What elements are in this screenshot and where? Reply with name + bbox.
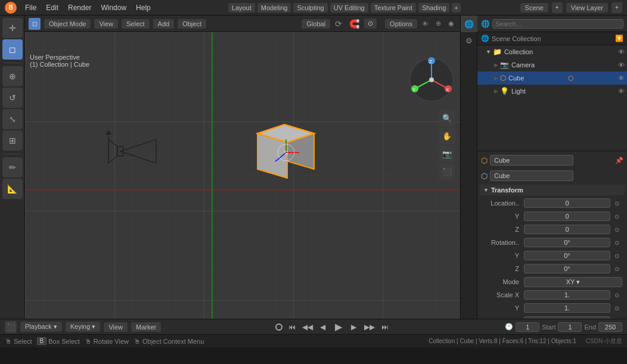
rotation-mode-value[interactable]: XY ▾ — [524, 277, 622, 287]
transform-section-header[interactable]: Transform — [480, 185, 625, 195]
view-layer-add-btn[interactable]: + — [612, 2, 622, 13]
collection-eye-icon[interactable]: 👁 — [618, 48, 625, 55]
scale-y-lock-icon[interactable]: ⊙ — [612, 303, 622, 313]
tool-annotate[interactable]: ✏ — [2, 157, 23, 178]
rotation-y-value[interactable]: 0° — [524, 251, 610, 260]
outliner-filter-icon[interactable]: 🔽 — [615, 35, 623, 42]
show-overlays-btn[interactable]: 👁 — [420, 19, 431, 29]
rotation-x-value[interactable]: 0° — [524, 238, 610, 247]
viewport-mode-icon[interactable]: ◻ — [29, 18, 41, 30]
keying-dropdown[interactable]: Keying ▾ — [66, 322, 101, 332]
view-layer-selector[interactable]: View Layer — [566, 3, 608, 13]
workspace-layout-btn[interactable]: Layout — [228, 3, 255, 13]
tool-move[interactable]: ⊕ — [2, 66, 23, 86]
viewport-object-menu[interactable]: Object — [178, 19, 206, 29]
scene-add-btn[interactable]: + — [552, 2, 563, 13]
status-select: 🖱 Select — [5, 337, 32, 346]
location-y-lock-icon[interactable]: ⊙ — [612, 211, 622, 222]
orbit-btn[interactable]: ✋ — [439, 127, 455, 144]
outliner-collection[interactable]: ▼ 📁 Collection 👁 — [477, 45, 627, 58]
workspace-modeling-btn[interactable]: Modeling — [257, 3, 291, 13]
pin-icon[interactable]: 📌 — [615, 157, 623, 164]
tool-select[interactable]: ◻ — [2, 39, 23, 60]
cube-filter-icon[interactable]: ⬡ — [568, 74, 574, 82]
play-btn[interactable]: ▶ — [333, 321, 344, 333]
timeline-view-dropdown[interactable]: View — [104, 322, 128, 332]
menu-help[interactable]: Help — [132, 2, 154, 13]
next-frame-btn[interactable]: ▶ — [348, 321, 360, 333]
jump-end-btn[interactable]: ⏭ — [379, 321, 391, 333]
proportional-edit-btn[interactable]: ⊙ — [364, 18, 377, 29]
rotation-x-lock-icon[interactable]: ⊙ — [612, 237, 622, 248]
outliner-cube[interactable]: ▶ ⬡ Cube ⬡ 👁 — [477, 71, 627, 85]
scale-z-lock-icon[interactable]: ⊙ — [612, 316, 622, 319]
tool-measure[interactable]: 📐 — [2, 179, 23, 199]
viewport-shading-btns[interactable]: ◉ — [446, 18, 457, 29]
cube-eye-icon[interactable]: 👁 — [618, 74, 625, 82]
gizmo-btn[interactable]: ⊕ — [433, 18, 443, 29]
rotation-y-lock-icon[interactable]: ⊙ — [612, 250, 622, 261]
viewport-select-menu[interactable]: Select — [122, 19, 150, 29]
next-keyframe-btn[interactable]: ▶▶ — [364, 321, 375, 333]
workspace-add-btn[interactable]: + — [452, 3, 460, 13]
timeline-mode-btn[interactable]: ⬛ — [5, 321, 17, 333]
scale-y-value[interactable]: 1. — [524, 303, 610, 313]
camera-eye-icon[interactable]: 👁 — [618, 61, 625, 69]
scale-x-lock-icon[interactable]: ⊙ — [612, 290, 622, 300]
object-mode-dropdown[interactable]: Object Mode — [44, 19, 91, 29]
scene-selector[interactable]: Scene — [520, 3, 548, 13]
object-name-field[interactable] — [490, 155, 573, 166]
outliner-light[interactable]: ▶ 💡 Light 👁 — [477, 85, 627, 98]
outliner-tab-btn[interactable]: 🌐 — [461, 15, 477, 32]
render-preview-btn[interactable]: ⬛ — [439, 163, 455, 180]
playback-dropdown[interactable]: Playback ▾ — [20, 322, 62, 332]
scale-y-row: Y 1. ⊙ — [480, 301, 625, 315]
collection-collapse-icon[interactable]: ▼ — [486, 49, 491, 55]
light-eye-icon[interactable]: 👁 — [618, 88, 625, 95]
jump-start-btn[interactable]: ⏮ — [286, 321, 298, 333]
location-x-value[interactable]: 0 — [524, 198, 610, 208]
tool-rotate[interactable]: ↺ — [2, 88, 23, 108]
location-z-value[interactable]: 0 — [524, 225, 610, 234]
data-name-field[interactable] — [490, 170, 573, 181]
viewport[interactable]: ◻ Object Mode View Select Add Object Glo… — [25, 15, 460, 319]
record-btn[interactable] — [275, 323, 283, 331]
camera-view-btn[interactable]: 📷 — [439, 145, 455, 162]
viewport-add-menu[interactable]: Add — [153, 19, 175, 29]
nav-gizmo[interactable]: Z X Y — [408, 56, 455, 104]
workspace-sculpting-btn[interactable]: Sculpting — [293, 3, 327, 13]
menu-file[interactable]: File — [21, 2, 40, 13]
menu-edit[interactable]: Edit — [42, 2, 62, 13]
end-frame-input[interactable] — [598, 322, 622, 332]
snap-icon[interactable]: 🧲 — [347, 18, 362, 30]
options-btn[interactable]: Options — [385, 19, 417, 29]
scale-x-value[interactable]: 1. — [524, 290, 610, 300]
tool-scale[interactable]: ⤡ — [2, 109, 23, 129]
current-frame-input[interactable] — [516, 322, 539, 332]
prev-frame-btn[interactable]: ◀ — [317, 321, 329, 333]
properties-tab-btn[interactable]: ⚙ — [461, 32, 477, 49]
tool-transform[interactable]: ⊞ — [2, 130, 23, 151]
rotation-z-value[interactable]: 0° — [524, 264, 610, 273]
location-y-value[interactable]: 0 — [524, 211, 610, 221]
transform-dropdown[interactable]: Global — [302, 19, 330, 29]
viewport-canvas[interactable]: User Perspective (1) Collection | Cube Z… — [25, 32, 460, 319]
workspace-shading-btn[interactable]: Shading — [418, 3, 449, 13]
tool-cursor[interactable]: ✛ — [2, 18, 23, 38]
workspace-uvediting-btn[interactable]: UV Editing — [330, 3, 368, 13]
outliner-camera[interactable]: ▶ 📷 Camera 👁 — [477, 58, 627, 71]
marker-dropdown[interactable]: Marker — [131, 322, 161, 332]
location-x-lock-icon[interactable]: ⊙ — [612, 198, 622, 209]
scale-z-value[interactable]: 1. — [524, 316, 610, 319]
viewport-view-menu[interactable]: View — [94, 19, 118, 29]
location-z-lock-icon[interactable]: ⊙ — [612, 224, 622, 235]
menu-window[interactable]: Window — [97, 2, 130, 13]
workspace-texturepaint-btn[interactable]: Texture Paint — [371, 3, 416, 13]
menu-render[interactable]: Render — [64, 2, 95, 13]
outliner-search-input[interactable] — [492, 19, 623, 29]
zoom-in-btn[interactable]: 🔍 — [439, 110, 455, 126]
transform-pivot-icon[interactable]: ⟳ — [333, 18, 344, 30]
prev-keyframe-btn[interactable]: ◀◀ — [302, 321, 314, 333]
start-frame-input[interactable] — [558, 322, 582, 332]
rotation-z-lock-icon[interactable]: ⊙ — [612, 263, 622, 274]
